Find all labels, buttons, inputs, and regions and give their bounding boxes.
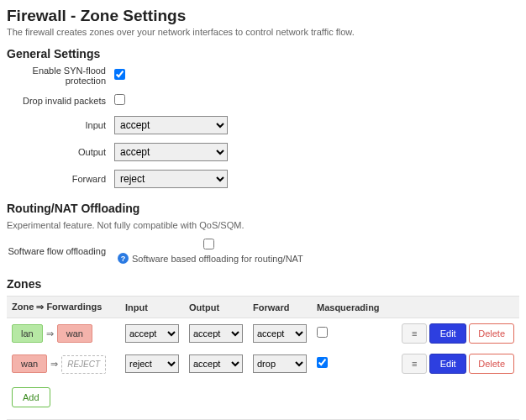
input-select[interactable]: acceptrejectdrop bbox=[114, 116, 228, 134]
zone-badge-to[interactable]: REJECT bbox=[61, 355, 106, 374]
menu-icon[interactable]: ≡ bbox=[402, 323, 427, 344]
software-offload-checkbox[interactable] bbox=[114, 239, 303, 249]
masquerading-checkbox[interactable] bbox=[317, 357, 328, 368]
col-output: Output bbox=[184, 297, 248, 318]
zone-forward-select[interactable]: acceptrejectdrop bbox=[253, 324, 307, 343]
syn-flood-label: Enable SYN-flood protection bbox=[7, 66, 114, 86]
menu-icon[interactable]: ≡ bbox=[402, 354, 427, 374]
software-offload-hint: Software based offloading for routing/NA… bbox=[132, 254, 303, 264]
zones-heading: Zones bbox=[7, 277, 519, 291]
table-row: lan⇒wanacceptrejectdropacceptrejectdropa… bbox=[7, 318, 519, 349]
col-input: Input bbox=[120, 297, 184, 318]
add-button[interactable]: Add bbox=[12, 387, 50, 407]
zones-table: Zone ⇒ Forwardings Input Output Forward … bbox=[7, 296, 519, 420]
zone-forward-select[interactable]: acceptrejectdrop bbox=[253, 354, 307, 373]
zone-output-select[interactable]: acceptrejectdrop bbox=[189, 324, 243, 343]
arrow-icon: ⇒ bbox=[47, 359, 61, 369]
output-select[interactable]: acceptrejectdrop bbox=[114, 143, 228, 161]
page-subtitle: The firewall creates zones over your net… bbox=[7, 27, 519, 37]
zone-badge-from[interactable]: wan bbox=[12, 354, 47, 373]
page-title: Firewall - Zone Settings bbox=[7, 7, 519, 25]
general-settings-heading: General Settings bbox=[7, 47, 519, 60]
software-offload-label: Software flow offloading bbox=[7, 246, 114, 256]
table-row: wan⇒REJECTacceptrejectdropacceptrejectdr… bbox=[7, 349, 519, 379]
output-label: Output bbox=[7, 147, 114, 157]
edit-button[interactable]: Edit bbox=[429, 354, 466, 374]
input-label: Input bbox=[7, 120, 114, 130]
info-icon: ? bbox=[118, 253, 129, 264]
delete-button[interactable]: Delete bbox=[469, 323, 514, 344]
arrow-icon: ⇒ bbox=[43, 328, 57, 339]
zone-input-select[interactable]: acceptrejectdrop bbox=[125, 324, 179, 343]
drop-invalid-label: Drop invalid packets bbox=[7, 96, 114, 106]
drop-invalid-checkbox[interactable] bbox=[114, 94, 125, 105]
zone-output-select[interactable]: acceptrejectdrop bbox=[189, 354, 243, 373]
offloading-description: Experimental feature. Not fully compatib… bbox=[7, 220, 519, 230]
zone-badge-to[interactable]: wan bbox=[57, 324, 92, 343]
col-masq: Masquerading bbox=[312, 297, 397, 318]
col-zone: Zone ⇒ Forwardings bbox=[7, 297, 120, 318]
offloading-heading: Routing/NAT Offloading bbox=[7, 202, 519, 215]
masquerading-checkbox[interactable] bbox=[317, 327, 328, 338]
forward-label: Forward bbox=[7, 174, 114, 184]
col-forward: Forward bbox=[248, 297, 312, 318]
edit-button[interactable]: Edit bbox=[429, 323, 466, 344]
forward-select[interactable]: acceptrejectdrop bbox=[114, 170, 228, 188]
zone-input-select[interactable]: acceptrejectdrop bbox=[125, 354, 179, 373]
syn-flood-checkbox[interactable] bbox=[114, 69, 125, 80]
zone-badge-from[interactable]: lan bbox=[12, 324, 43, 343]
delete-button[interactable]: Delete bbox=[469, 354, 514, 374]
